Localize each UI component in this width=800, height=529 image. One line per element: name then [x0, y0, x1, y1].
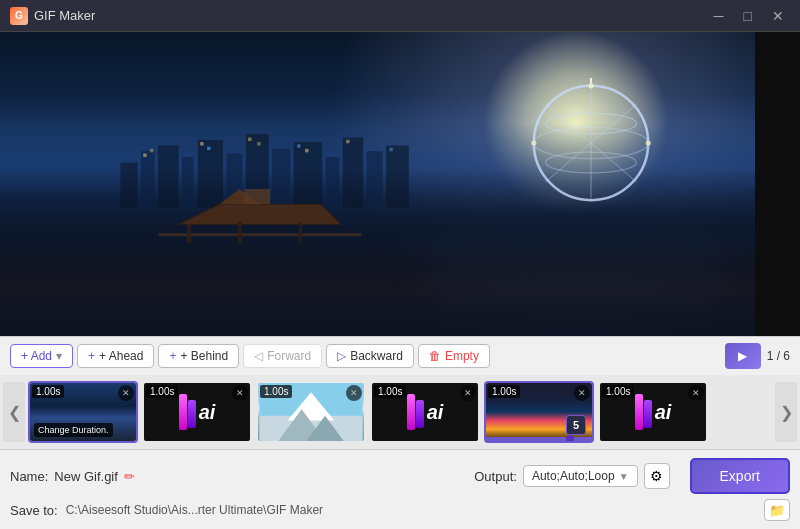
- svg-rect-28: [200, 142, 203, 145]
- browse-folder-button[interactable]: 📁: [764, 499, 790, 521]
- chevron-left-icon: ❮: [8, 403, 21, 422]
- close-button[interactable]: ✕: [766, 6, 790, 26]
- minimize-button[interactable]: ─: [708, 6, 730, 26]
- titlebar-left: G GIF Maker: [10, 7, 95, 25]
- export-area: Export: [690, 458, 790, 494]
- play-button[interactable]: ▶: [725, 343, 761, 369]
- timeline-item-3[interactable]: 1.00s ✕: [256, 381, 366, 443]
- app-title: GIF Maker: [34, 8, 95, 23]
- output-item: Output: Auto;Auto;Loop ▼ ⚙: [474, 463, 669, 489]
- timeline-nav-right[interactable]: ❯: [775, 382, 797, 442]
- bottom-row2: Save to: C:\Aiseesoft Studio\Ais...rter …: [10, 499, 790, 521]
- ai-logo-2: ai: [179, 394, 216, 430]
- timeline: ❮ 1.00s ✕ Change Duration. ai 1.00: [0, 375, 800, 449]
- bottom-row1: Name: New Gif.gif ✏ Output: Auto;Auto;Lo…: [10, 458, 790, 494]
- svg-rect-30: [248, 138, 251, 141]
- svg-point-9: [646, 140, 651, 145]
- app-icon: G: [10, 7, 28, 25]
- progress-marker-5: [566, 435, 574, 443]
- remove-btn-5[interactable]: ✕: [574, 385, 590, 401]
- forward-icon: ◁: [254, 349, 263, 363]
- duration-badge-2: 1.00s: [146, 385, 178, 398]
- folder-icon: 📁: [769, 503, 785, 518]
- page-indicator: 1 / 6: [767, 349, 790, 363]
- remove-btn-4[interactable]: ✕: [460, 385, 476, 401]
- save-path: C:\Aiseesoft Studio\Ais...rter Ultimate\…: [66, 503, 756, 517]
- behind-icon: +: [169, 349, 176, 363]
- timeline-item-2[interactable]: ai 1.00s ✕: [142, 381, 252, 443]
- behind-label: + Behind: [180, 349, 228, 363]
- ai-bar-pink: [179, 394, 187, 430]
- remove-btn-1[interactable]: ✕: [118, 385, 134, 401]
- timeline-nav-left[interactable]: ❮: [3, 382, 25, 442]
- backward-icon: ▷: [337, 349, 346, 363]
- output-value: Auto;Auto;Loop: [532, 469, 615, 483]
- timeline-item-1[interactable]: 1.00s ✕ Change Duration.: [28, 381, 138, 443]
- name-item: Name: New Gif.gif ✏: [10, 469, 135, 484]
- timeline-item-4[interactable]: ai 1.00s ✕: [370, 381, 480, 443]
- svg-point-10: [531, 140, 536, 145]
- svg-rect-27: [150, 149, 153, 152]
- output-label: Output:: [474, 469, 517, 484]
- item5-badge: 5: [566, 415, 586, 435]
- ahead-icon: +: [88, 349, 95, 363]
- play-controls: ▶ 1 / 6: [725, 343, 790, 369]
- ahead-button[interactable]: + + Ahead: [77, 344, 154, 368]
- timeline-item-5[interactable]: 1.00s ✕ 5: [484, 381, 594, 443]
- ai-bar-purple-6: [644, 400, 652, 428]
- ai-bar-pink-4: [407, 394, 415, 430]
- backward-button[interactable]: ▷ Backward: [326, 344, 414, 368]
- change-duration-label[interactable]: Change Duration.: [34, 423, 113, 437]
- play-icon: ▶: [738, 349, 747, 363]
- name-value: New Gif.gif: [54, 469, 118, 484]
- svg-rect-35: [389, 148, 392, 151]
- svg-rect-31: [257, 142, 260, 145]
- forward-label: Forward: [267, 349, 311, 363]
- export-button[interactable]: Export: [690, 458, 790, 494]
- preview-image: [0, 32, 800, 336]
- ahead-label: + Ahead: [99, 349, 143, 363]
- forward-button[interactable]: ◁ Forward: [243, 344, 322, 368]
- ai-bar-purple-4: [416, 400, 424, 428]
- svg-rect-29: [207, 147, 210, 150]
- main-content: + Add ▾ + + Ahead + + Behind ◁ Forward ▷…: [0, 32, 800, 529]
- remove-btn-2[interactable]: ✕: [232, 385, 248, 401]
- empty-label: Empty: [445, 349, 479, 363]
- behind-button[interactable]: + + Behind: [158, 344, 239, 368]
- save-label: Save to:: [10, 503, 58, 518]
- dome-svg: [526, 78, 656, 208]
- gear-icon: ⚙: [650, 468, 663, 484]
- maximize-button[interactable]: □: [738, 6, 758, 26]
- add-label: + Add: [21, 349, 52, 363]
- svg-rect-32: [297, 144, 300, 147]
- duration-badge-5: 1.00s: [488, 385, 520, 398]
- duration-badge-1: 1.00s: [32, 385, 64, 398]
- add-arrow-icon: ▾: [56, 349, 62, 363]
- duration-badge-4: 1.00s: [374, 385, 406, 398]
- ai-logo-6: ai: [635, 394, 672, 430]
- remove-btn-6[interactable]: ✕: [688, 385, 704, 401]
- add-button[interactable]: + Add ▾: [10, 344, 73, 368]
- svg-rect-26: [143, 154, 146, 157]
- timeline-item-6[interactable]: ai 1.00s ✕: [598, 381, 708, 443]
- duration-badge-6: 1.00s: [602, 385, 634, 398]
- bottom-controls: Name: New Gif.gif ✏ Output: Auto;Auto;Lo…: [0, 449, 800, 529]
- svg-point-8: [588, 83, 593, 88]
- name-label: Name:: [10, 469, 48, 484]
- titlebar-controls: ─ □ ✕: [708, 6, 790, 26]
- svg-rect-33: [305, 149, 308, 152]
- trash-icon: 🗑: [429, 349, 441, 363]
- remove-btn-3[interactable]: ✕: [346, 385, 362, 401]
- side-panel-right: [755, 32, 800, 336]
- output-select[interactable]: Auto;Auto;Loop ▼: [523, 465, 638, 487]
- empty-button[interactable]: 🗑 Empty: [418, 344, 490, 368]
- svg-rect-36: [245, 189, 270, 204]
- ai-logo-4: ai: [407, 394, 444, 430]
- toolbar: + Add ▾ + + Ahead + + Behind ◁ Forward ▷…: [0, 336, 800, 375]
- output-settings-button[interactable]: ⚙: [644, 463, 670, 489]
- backward-label: Backward: [350, 349, 403, 363]
- chevron-right-icon: ❯: [780, 403, 793, 422]
- edit-name-icon[interactable]: ✏: [124, 469, 135, 484]
- timeline-items: 1.00s ✕ Change Duration. ai 1.00s ✕: [28, 381, 772, 443]
- progress-bar-5: [486, 437, 592, 441]
